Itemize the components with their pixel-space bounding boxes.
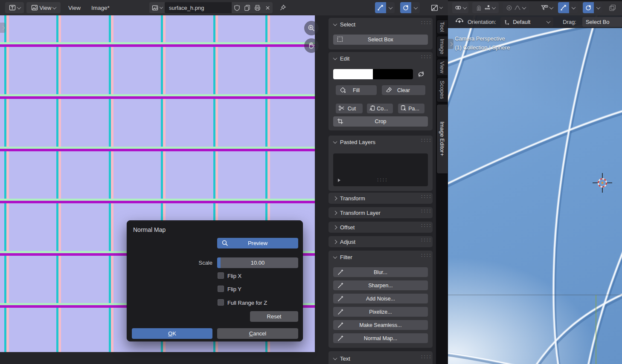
ok-button[interactable]: OK <box>132 328 212 339</box>
play-triangle-icon[interactable] <box>337 178 342 183</box>
panel-grip[interactable]: ········ <box>421 195 428 199</box>
uv-snap-dropdown[interactable] <box>386 2 395 13</box>
select-box-button[interactable]: Select Box <box>333 35 428 45</box>
viewport-proportional-toggle[interactable] <box>583 2 594 13</box>
tab-tool[interactable]: Tool <box>436 20 448 34</box>
blur-button[interactable]: Blur... <box>333 267 428 277</box>
scale-slider[interactable]: 10.00 <box>217 257 298 268</box>
flip-y-checkbox[interactable] <box>218 286 224 292</box>
flip-x-checkbox[interactable] <box>218 272 224 279</box>
close-icon <box>266 6 269 9</box>
reset-button[interactable]: Reset <box>250 311 298 322</box>
crop-button[interactable]: Crop <box>333 116 428 127</box>
secondary-color-swatch[interactable] <box>373 69 413 79</box>
fake-user-shield-button[interactable] <box>232 2 242 13</box>
pan-button[interactable] <box>304 38 319 53</box>
tab-image[interactable]: Image <box>436 36 448 57</box>
swap-colors-button[interactable] <box>417 70 425 78</box>
offset-panel: Offset ········ <box>328 222 433 233</box>
toolbar-expand-tab[interactable] <box>0 23 6 33</box>
panel-grip[interactable]: ········ <box>421 355 428 359</box>
image-editor-icon <box>9 4 16 11</box>
viewport-toolbar-expand-tab[interactable] <box>448 39 453 49</box>
image-name-field[interactable]: surface_h.png <box>165 2 236 13</box>
cancel-button[interactable]: Cancel <box>217 328 298 339</box>
panel-grip[interactable]: ········ <box>421 209 428 213</box>
snap-settings[interactable] <box>472 2 499 13</box>
orientation-value: Default <box>513 19 544 25</box>
unlink-image-button[interactable] <box>262 2 273 13</box>
collapse-icon[interactable] <box>333 211 337 215</box>
viewport-snap-dropdown[interactable] <box>569 2 578 13</box>
collapse-icon[interactable] <box>333 196 337 200</box>
proportional-edit-dropdown[interactable] <box>411 2 420 13</box>
pin-button[interactable] <box>277 2 288 13</box>
proportional-edit-toggle[interactable] <box>400 2 411 13</box>
wand-icon <box>337 308 344 315</box>
primary-color-swatch[interactable] <box>333 69 373 79</box>
collapse-icon[interactable] <box>333 240 337 244</box>
select-panel-title[interactable]: Select <box>340 21 355 28</box>
collapse-icon[interactable] <box>333 356 337 360</box>
pasted-layers-title[interactable]: Pasted Layers <box>340 139 375 145</box>
full-range-z-label[interactable]: Full Range for Z <box>227 300 267 306</box>
paste-button[interactable]: Pa... <box>398 104 424 113</box>
cut-button[interactable]: Cut <box>336 104 363 113</box>
edit-panel-title[interactable]: Edit <box>340 55 349 62</box>
flip-y-label[interactable]: Flip Y <box>227 286 241 292</box>
collapse-icon[interactable] <box>333 225 337 229</box>
normal-map-button[interactable]: Normal Map... <box>333 333 428 343</box>
new-image-button[interactable] <box>242 2 252 13</box>
display-mode-dropdown[interactable]: View <box>26 2 61 13</box>
filter-panel-title[interactable]: Filter <box>340 254 352 260</box>
panel-grip[interactable]: ········ <box>421 55 428 59</box>
menu-view[interactable]: View <box>65 0 84 15</box>
list-grip[interactable]: ········ <box>377 178 384 182</box>
collapse-icon[interactable] <box>333 22 337 26</box>
collapse-icon[interactable] <box>333 56 337 60</box>
tab-view[interactable]: View <box>436 59 448 76</box>
preview-button[interactable]: Preview <box>217 238 298 248</box>
viewport-snap-toggle[interactable] <box>558 2 569 13</box>
collapse-icon[interactable] <box>333 139 337 144</box>
panel-grip[interactable]: ········ <box>421 254 428 257</box>
panel-grip[interactable]: ········ <box>421 21 428 25</box>
viewport-mode-dropdown[interactable] <box>452 2 468 13</box>
pixelize-button[interactable]: Pixelize... <box>333 307 428 317</box>
layers-list[interactable]: ········ <box>333 153 428 186</box>
pack-image-button[interactable] <box>252 2 262 13</box>
copy-button[interactable]: Co... <box>367 104 393 113</box>
add-noise-button[interactable]: Add Noise... <box>333 294 428 303</box>
transform-layer-panel: Transform Layer ········ <box>328 207 433 218</box>
filter-visibility-dropdown[interactable] <box>538 2 555 13</box>
drag-mode-dropdown[interactable]: Select Bo <box>582 17 622 27</box>
pasted-layers-panel: Pasted Layers ········ ········ <box>328 136 433 191</box>
viewport-proportional-settings[interactable] <box>503 2 529 13</box>
menu-image[interactable]: Image* <box>88 0 113 15</box>
panel-grip[interactable]: ········ <box>421 139 428 142</box>
zoom-button[interactable] <box>304 21 319 35</box>
flip-x-label[interactable]: Flip X <box>227 273 241 279</box>
editor-type-dropdown[interactable] <box>5 2 24 13</box>
viewport-3d[interactable]: Camera Perspective (1) Collection | Sphe… <box>448 15 622 364</box>
text-panel-title[interactable]: Text <box>340 355 350 362</box>
display-channels-dropdown[interactable] <box>427 2 445 13</box>
make-seamless-button[interactable]: Make Seamless... <box>333 320 428 330</box>
tab-image-editor-plus[interactable]: Image Editor+ <box>436 104 448 174</box>
full-range-z-checkbox[interactable] <box>218 299 224 306</box>
tab-scopes[interactable]: Scopes <box>436 78 448 102</box>
blender-window: { "image_editor": { "header": { "mode_va… <box>0 0 622 364</box>
slider-fill <box>217 257 221 268</box>
panel-grip[interactable]: ········ <box>421 238 428 242</box>
sharpen-button[interactable]: Sharpen... <box>333 280 428 290</box>
uv-snap-toggle[interactable] <box>375 2 386 13</box>
cursor-center-dot <box>602 182 604 184</box>
fill-button[interactable]: Fill <box>336 85 377 95</box>
clear-button[interactable]: Clear <box>382 85 425 95</box>
panel-grip[interactable]: ········ <box>421 224 428 228</box>
orientation-dropdown[interactable]: Default <box>500 17 553 27</box>
collapse-icon[interactable] <box>333 254 337 259</box>
render-preview-button[interactable] <box>606 2 619 13</box>
browse-image-dropdown[interactable] <box>149 2 165 13</box>
viewport-proportional-dropdown[interactable] <box>594 2 602 13</box>
